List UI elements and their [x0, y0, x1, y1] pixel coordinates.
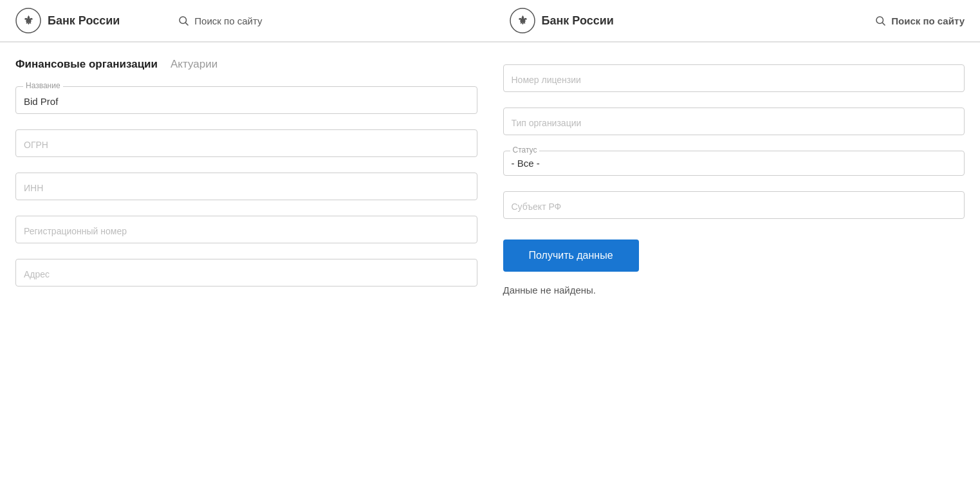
left-panel: Финансовые организации Актуарии Название [15, 58, 477, 302]
header-right: ⚜ Банк России Поиск по сайту [471, 8, 965, 33]
org-type-field-group [503, 108, 965, 135]
svg-line-3 [186, 23, 189, 25]
reg-number-field-group [15, 216, 477, 243]
no-results-text: Данные не найдены. [503, 285, 965, 296]
name-label: Название [23, 81, 63, 90]
status-select[interactable]: - Все - Действующий Недействующий [512, 156, 957, 170]
inn-input[interactable] [15, 173, 477, 200]
org-type-input[interactable] [503, 108, 965, 135]
submit-button[interactable]: Получить данные [503, 240, 639, 272]
main-container: Финансовые организации Актуарии Название [0, 42, 980, 317]
name-input[interactable] [15, 86, 477, 114]
address-field-group [15, 259, 477, 286]
right-panel: Статус - Все - Действующий Недействующий… [503, 58, 965, 302]
svg-text:⚜: ⚜ [517, 14, 528, 27]
logo-icon-right: ⚜ [510, 8, 535, 33]
tab-financial-orgs[interactable]: Финансовые организации [15, 58, 158, 71]
search-area-right[interactable]: Поиск по сайту [874, 15, 965, 26]
ogrn-input[interactable] [15, 129, 477, 157]
search-area-left[interactable]: Поиск по сайту [178, 15, 262, 26]
svg-point-2 [180, 17, 187, 24]
subject-rf-input[interactable] [503, 191, 965, 219]
logo-text-left: Банк России [48, 14, 120, 28]
search-label-right: Поиск по сайту [891, 15, 965, 26]
ogrn-field-group [15, 129, 477, 157]
reg-number-input[interactable] [15, 216, 477, 243]
search-label-left: Поиск по сайту [194, 15, 262, 26]
logo-icon-left: ⚜ [15, 8, 41, 33]
svg-point-6 [876, 17, 883, 24]
status-label: Статус [510, 146, 540, 155]
subject-rf-field-group [503, 191, 965, 219]
license-number-input[interactable] [503, 64, 965, 92]
nav-tabs: Финансовые организации Актуарии [15, 58, 477, 71]
tab-actuaries[interactable]: Актуарии [171, 58, 217, 71]
logo-text-right: Банк России [542, 14, 614, 28]
header: ⚜ Банк России Поиск по сайту ⚜ Банк Росс… [0, 0, 980, 42]
svg-text:⚜: ⚜ [23, 14, 33, 27]
header-left: ⚜ Банк России Поиск по сайту [15, 8, 471, 33]
status-field-group: Статус - Все - Действующий Недействующий [503, 151, 965, 176]
license-number-field-group [503, 64, 965, 92]
address-input[interactable] [15, 259, 477, 286]
search-icon-left [178, 15, 189, 26]
svg-line-7 [883, 23, 885, 25]
search-icon-right [874, 15, 886, 26]
inn-field-group [15, 173, 477, 200]
name-field-group: Название [15, 86, 477, 114]
